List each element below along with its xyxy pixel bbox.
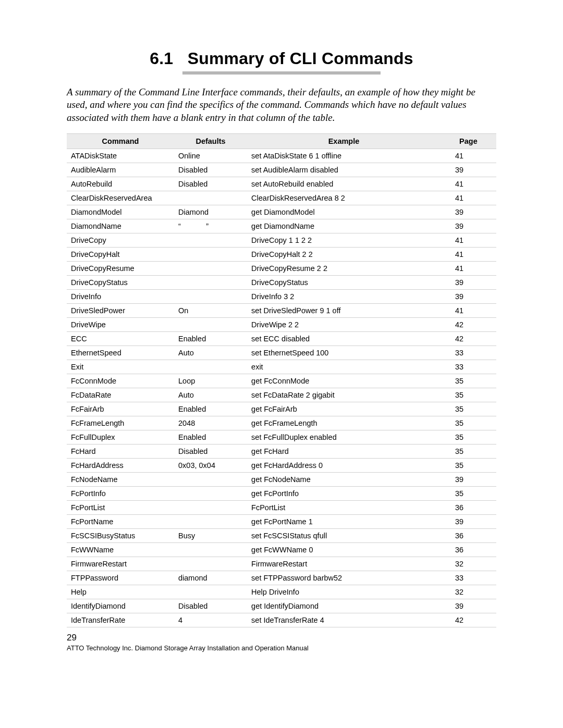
cell-command: ECC xyxy=(67,331,174,346)
cell-defaults: Loop xyxy=(174,374,247,388)
cell-example: get DiamondName xyxy=(247,219,440,233)
table-row: DriveCopyDriveCopy 1 1 2 241 xyxy=(67,233,496,247)
cell-command: DriveInfo xyxy=(67,289,174,303)
cell-example: FcPortList xyxy=(247,500,440,514)
cell-example: get FcConnMode xyxy=(247,374,440,388)
cell-page: 33 xyxy=(440,346,496,360)
cell-defaults xyxy=(174,275,247,289)
cell-page: 36 xyxy=(440,500,496,514)
cell-command: DiamondName xyxy=(67,219,174,233)
cell-example: set FTPPassword barbw52 xyxy=(247,571,440,585)
cell-example: DriveCopyStatus xyxy=(247,275,440,289)
cell-defaults: diamond xyxy=(174,571,247,585)
cell-example: set AutoRebuild enabled xyxy=(247,177,440,191)
cell-page: 42 xyxy=(440,613,496,627)
cell-defaults xyxy=(174,261,247,275)
cell-page: 39 xyxy=(440,205,496,219)
cell-example: DriveCopyHalt 2 2 xyxy=(247,247,440,261)
cell-command: DriveCopyResume xyxy=(67,261,174,275)
cell-page: 35 xyxy=(440,374,496,388)
cell-page: 33 xyxy=(440,360,496,374)
cell-command: DiamondModel xyxy=(67,205,174,219)
cell-defaults xyxy=(174,233,247,247)
cell-page: 36 xyxy=(440,528,496,542)
cell-example: get FcWWName 0 xyxy=(247,542,440,557)
title-rule xyxy=(182,71,381,75)
cell-example: Help DriveInfo xyxy=(247,585,440,599)
cell-example: set FcDataRate 2 gigabit xyxy=(247,388,440,402)
cell-defaults: “ ” xyxy=(174,219,247,233)
cell-example: get FcFairArb xyxy=(247,402,440,416)
table-row: EthernetSpeedAutoset EthernetSpeed 10033 xyxy=(67,346,496,360)
col-defaults: Defaults xyxy=(174,133,247,149)
cell-defaults: Auto xyxy=(174,388,247,402)
cell-example: get FcHardAddress 0 xyxy=(247,458,440,472)
cell-command: ATADiskState xyxy=(67,149,174,163)
cell-example: get IdentifyDiamond xyxy=(247,599,440,613)
cell-page: 41 xyxy=(440,191,496,205)
cell-command: FcFrameLength xyxy=(67,416,174,430)
cell-defaults: On xyxy=(174,303,247,317)
cell-page: 39 xyxy=(440,472,496,486)
cell-defaults: Online xyxy=(174,149,247,163)
cell-page: 33 xyxy=(440,571,496,585)
cell-defaults xyxy=(174,542,247,557)
cell-example: set AtaDiskState 6 1 offline xyxy=(247,149,440,163)
col-example: Example xyxy=(247,133,440,149)
cell-page: 39 xyxy=(440,289,496,303)
cell-command: DriveCopyStatus xyxy=(67,275,174,289)
cell-command: FcPortName xyxy=(67,514,174,528)
table-header: Command Defaults Example Page xyxy=(67,133,496,149)
cell-command: ClearDiskReservedArea xyxy=(67,191,174,205)
cell-page: 41 xyxy=(440,149,496,163)
cell-command: DriveSledPower xyxy=(67,303,174,317)
table-row: FcNodeNameget FcNodeName39 xyxy=(67,472,496,486)
cell-command: AudibleAlarm xyxy=(67,163,174,177)
cell-command: AutoRebuild xyxy=(67,177,174,191)
section-title: 6.1 Summary of CLI Commands xyxy=(150,49,413,68)
cell-defaults: Disabled xyxy=(174,599,247,613)
cell-defaults: Auto xyxy=(174,346,247,360)
section-title-text: Summary of CLI Commands xyxy=(188,49,413,68)
cell-command: FcFairArb xyxy=(67,402,174,416)
title-wrap: 6.1 Summary of CLI Commands xyxy=(67,49,496,75)
cell-command: IdentifyDiamond xyxy=(67,599,174,613)
cell-defaults xyxy=(174,514,247,528)
table-row: DriveCopyResumeDriveCopyResume 2 241 xyxy=(67,261,496,275)
table-row: DiamondName“ ”get DiamondName39 xyxy=(67,219,496,233)
table-row: FcDataRateAutoset FcDataRate 2 gigabit35 xyxy=(67,388,496,402)
table-row: FcSCSIBusyStatusBusyset FcSCSIStatus qfu… xyxy=(67,528,496,542)
cell-defaults: Disabled xyxy=(174,163,247,177)
table-row: DriveInfoDriveInfo 3 239 xyxy=(67,289,496,303)
cell-defaults: Enabled xyxy=(174,430,247,444)
cell-command: FTPPassword xyxy=(67,571,174,585)
cell-command: DriveCopy xyxy=(67,233,174,247)
cell-defaults: Enabled xyxy=(174,331,247,346)
table-row: DiamondModelDiamondget DiamondModel39 xyxy=(67,205,496,219)
page: 6.1 Summary of CLI Commands A summary of… xyxy=(0,0,563,728)
cell-defaults xyxy=(174,289,247,303)
footer-line: ATTO Technology Inc. Diamond Storage Arr… xyxy=(67,644,496,652)
cell-page: 39 xyxy=(440,275,496,289)
cell-example: set AudibleAlarm disabled xyxy=(247,163,440,177)
cell-page: 35 xyxy=(440,388,496,402)
cell-defaults: Enabled xyxy=(174,402,247,416)
table-row: DriveSledPowerOnset DriveSledPower 9 1 o… xyxy=(67,303,496,317)
cell-command: FcFullDuplex xyxy=(67,430,174,444)
cell-page: 39 xyxy=(440,219,496,233)
cell-page: 35 xyxy=(440,430,496,444)
cell-example: get DiamondModel xyxy=(247,205,440,219)
table-row: AutoRebuildDisabledset AutoRebuild enabl… xyxy=(67,177,496,191)
table-row: FcHardAddress0x03, 0x04get FcHardAddress… xyxy=(67,458,496,472)
table-row: FcFairArbEnabledget FcFairArb35 xyxy=(67,402,496,416)
cell-page: 32 xyxy=(440,557,496,571)
table-row: Exitexit33 xyxy=(67,360,496,374)
cell-page: 41 xyxy=(440,303,496,317)
cell-page: 32 xyxy=(440,585,496,599)
cell-command: Exit xyxy=(67,360,174,374)
cell-example: get FcNodeName xyxy=(247,472,440,486)
cell-page: 36 xyxy=(440,542,496,557)
table-row: FcPortNameget FcPortName 139 xyxy=(67,514,496,528)
cell-page: 41 xyxy=(440,261,496,275)
cell-defaults: Diamond xyxy=(174,205,247,219)
